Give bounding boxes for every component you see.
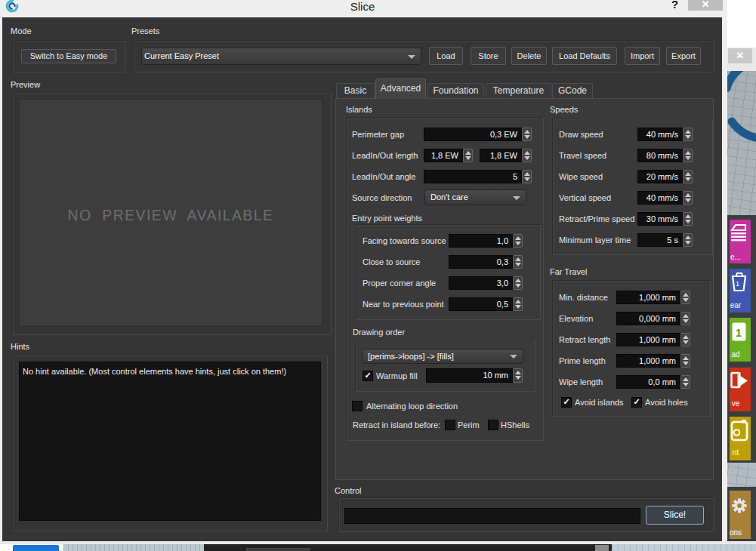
svg-text:1: 1	[736, 280, 739, 288]
svg-text:1: 1	[736, 327, 742, 339]
